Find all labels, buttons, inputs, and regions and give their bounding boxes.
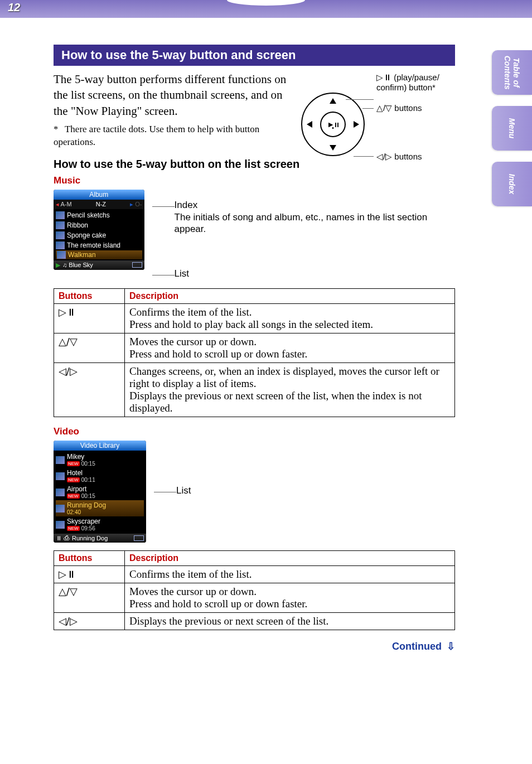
- video-mock-screen: Video Library MikeyNEW00:15HotelNEW00:11…: [54, 441, 146, 543]
- video-figure: Video Library MikeyNEW00:15HotelNEW00:11…: [54, 441, 455, 543]
- description-cell: Displays the previous or next screen of …: [125, 613, 455, 630]
- thumbnail-icon: [56, 505, 65, 512]
- header-strip: 12: [0, 0, 532, 18]
- tab-menu-label: Menu: [507, 118, 516, 139]
- video-screen-title: Video Library: [54, 441, 146, 451]
- button-glyph-cell: △/▽: [54, 333, 125, 363]
- thumbnail-icon: [56, 221, 65, 229]
- button-glyph-cell: ▷⏸: [54, 304, 125, 333]
- annot-index-title: Index: [175, 200, 455, 211]
- tab-toc[interactable]: Table of Contents: [492, 50, 532, 95]
- list-item: AirportNEW00:15: [56, 484, 144, 500]
- list-item: SkyscraperNEW09:56: [56, 516, 144, 533]
- music-now-playing: ♫ Blue Sky: [62, 262, 93, 268]
- continued-label: Continued: [392, 641, 442, 652]
- music-index-row: ◂ A-M N-Z ▸ O-: [54, 200, 144, 209]
- new-badge: NEW: [67, 477, 80, 482]
- lead-line: [152, 206, 175, 207]
- thumbnail-icon: [56, 489, 65, 496]
- lead-line: [152, 275, 175, 275]
- table-row: ◁/▷Changes screens, or, when an index is…: [54, 363, 455, 417]
- thumbnail-icon: [56, 472, 65, 480]
- intro-paragraph: The 5-way button performs different func…: [54, 71, 293, 119]
- list-item: Ribbon: [56, 220, 142, 230]
- footnote: * There are tactile dots. Use them to he…: [54, 123, 293, 149]
- tab-menu[interactable]: Menu: [492, 106, 532, 151]
- th-description: Description: [125, 551, 455, 566]
- description-cell: Confirms the item of the list.: [125, 566, 455, 583]
- thumbnail-icon: [56, 456, 65, 464]
- new-badge: NEW: [67, 526, 80, 531]
- list-item: MikeyNEW00:15: [56, 452, 144, 468]
- table-row: △/▽Moves the cursor up or down. Press an…: [54, 333, 455, 363]
- music-mock-screen: Album ◂ A-M N-Z ▸ O- Pencil sketchsRibbo…: [54, 190, 144, 270]
- th-buttons: Buttons: [54, 551, 125, 566]
- button-glyph-cell: ◁/▷: [54, 363, 125, 417]
- list-item: HotelNEW00:11: [56, 468, 144, 484]
- thumbnail-icon: [56, 241, 65, 249]
- table-row: ▷⏸Confirms the item of the list.: [54, 566, 455, 583]
- music-figure: Album ◂ A-M N-Z ▸ O- Pencil sketchsRibbo…: [54, 190, 455, 281]
- music-buttons-table: Buttons Description ▷⏸Confirms the item …: [54, 288, 455, 417]
- list-item: Running Dog02:40: [56, 500, 144, 516]
- battery-icon: [134, 535, 144, 541]
- th-description: Description: [125, 289, 455, 304]
- button-glyph-cell: ▷⏸: [54, 566, 125, 583]
- new-badge: NEW: [67, 494, 80, 499]
- continued-link[interactable]: Continued ⇩: [54, 640, 455, 652]
- new-badge: NEW: [67, 461, 80, 466]
- side-tabs: Table of Contents Menu Index: [492, 50, 532, 217]
- list-item: Sponge cake: [56, 230, 142, 240]
- music-list: Pencil sketchsRibbonSponge cakeThe remot…: [54, 209, 144, 260]
- annot-list-label: List: [176, 485, 191, 496]
- list-item: Walkman: [56, 250, 142, 259]
- button-glyph-cell: ◁/▷: [54, 613, 125, 630]
- music-heading: Music: [54, 175, 455, 186]
- battery-icon: [132, 262, 142, 268]
- button-glyph-cell: △/▽: [54, 583, 125, 613]
- page-number: 12: [8, 1, 20, 14]
- video-status-text: Running Dog: [72, 535, 108, 541]
- video-heading: Video: [54, 426, 455, 437]
- tab-toc-label: Table of Contents: [503, 56, 521, 90]
- music-statusbar: ▶ ♫ Blue Sky: [54, 260, 144, 270]
- subheading-list-screen: How to use the 5-way button on the list …: [54, 158, 455, 171]
- description-cell: Changes screens, or, when an index is di…: [125, 363, 455, 417]
- video-status-prefix: ⏸ ⎙: [56, 535, 70, 541]
- list-item: The remote island: [56, 240, 142, 250]
- video-buttons-table: Buttons Description ▷⏸Confirms the item …: [54, 550, 455, 630]
- footnote-text: There are tactile dots. Use them to help…: [54, 124, 259, 147]
- table-row: △/▽Moves the cursor up or down. Press an…: [54, 583, 455, 613]
- description-cell: Confirms the item of the list. Press and…: [125, 304, 455, 333]
- list-item: Pencil sketchs: [56, 210, 142, 220]
- table-row: ◁/▷Displays the previous or next screen …: [54, 613, 455, 630]
- tab-index-label: Index: [507, 174, 516, 195]
- annot-list-label: List: [175, 268, 189, 279]
- arrow-down-icon: ⇩: [447, 640, 455, 652]
- index-am: ◂ A-M: [56, 201, 72, 208]
- thumbnail-icon: [57, 251, 66, 259]
- table-row: ▷⏸Confirms the item of the list. Press a…: [54, 304, 455, 333]
- description-cell: Moves the cursor up or down. Press and h…: [125, 333, 455, 363]
- footnote-star: *: [54, 123, 62, 136]
- section-heading: How to use the 5-way button and screen: [54, 45, 455, 66]
- lead-line: [154, 492, 176, 492]
- thumbnail-icon: [56, 521, 65, 529]
- index-other: ▸ O-: [130, 201, 142, 208]
- annot-index-desc: The initials of song and album, etc., na…: [175, 212, 455, 235]
- description-cell: Moves the cursor up or down. Press and h…: [125, 583, 455, 613]
- music-screen-title: Album: [54, 190, 144, 200]
- header-notch: [227, 0, 305, 6]
- tab-index[interactable]: Index: [492, 162, 532, 206]
- video-list: MikeyNEW00:15HotelNEW00:11AirportNEW00:1…: [54, 451, 146, 534]
- index-nz: N-Z: [96, 201, 106, 208]
- video-statusbar: ⏸ ⎙ Running Dog: [54, 534, 146, 543]
- thumbnail-icon: [56, 231, 65, 239]
- th-buttons: Buttons: [54, 289, 125, 304]
- thumbnail-icon: [56, 211, 65, 219]
